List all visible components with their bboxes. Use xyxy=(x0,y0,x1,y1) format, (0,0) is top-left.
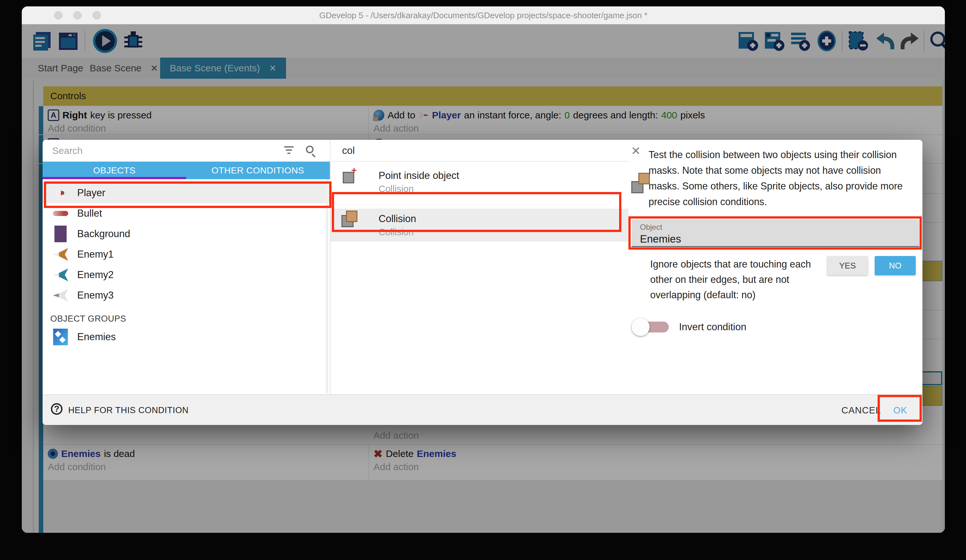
enemy2-ship-icon xyxy=(52,266,69,284)
object-group-icon xyxy=(52,328,69,346)
collision-icon xyxy=(631,173,651,193)
object-list-item-enemy3[interactable]: Enemy3 xyxy=(43,285,330,306)
help-for-condition-link[interactable]: HELP FOR THIS CONDITION xyxy=(68,395,189,426)
dialog-footer: ? HELP FOR THIS CONDITION CANCEL OK xyxy=(43,394,922,425)
clear-search-icon[interactable]: ✕ xyxy=(631,144,641,158)
condition-results-panel: col ✕ Point inside objectCollisionCollis… xyxy=(330,140,628,394)
enemy1-ship-icon xyxy=(52,246,69,264)
scrollbar[interactable] xyxy=(326,179,328,393)
screenshot-stage: GDevelop 5 - /Users/dkarakay/Documents/G… xyxy=(0,0,966,560)
help-icon[interactable]: ? xyxy=(51,403,62,415)
object-groups-header: OBJECT GROUPS xyxy=(50,314,126,324)
object-name: Enemies xyxy=(77,331,116,343)
object-group-item-enemies[interactable]: Enemies xyxy=(43,327,330,347)
ignore-edges-label: Ignore objects that are touching each ot… xyxy=(650,256,835,302)
background-icon xyxy=(52,225,69,243)
object-list-item-enemy1[interactable]: Enemy1 xyxy=(43,244,330,265)
search-placeholder: Search xyxy=(52,140,83,162)
annotation-box-ok-button xyxy=(877,395,922,422)
no-button[interactable]: NO xyxy=(875,256,916,275)
button-label: YES xyxy=(839,261,856,271)
tab-objects[interactable]: OBJECTS xyxy=(43,162,186,179)
annotation-box-collision-result xyxy=(332,192,621,232)
object-name: Enemy2 xyxy=(77,269,114,281)
tab-label: OTHER CONDITIONS xyxy=(211,165,304,176)
active-tab-underline xyxy=(43,177,186,179)
divider xyxy=(330,161,628,162)
invert-condition-label: Invert condition xyxy=(679,319,746,335)
tab-label: OBJECTS xyxy=(93,165,136,176)
tab-other-conditions[interactable]: OTHER CONDITIONS xyxy=(186,162,330,179)
annotation-box-object-field xyxy=(628,216,922,250)
macos-titlebar: GDevelop 5 - /Users/dkarakay/Documents/G… xyxy=(22,7,945,24)
object-list-item-enemy2[interactable]: Enemy2 xyxy=(43,265,330,285)
button-label: NO xyxy=(889,261,902,271)
search-icon[interactable] xyxy=(306,146,314,153)
condition-description: Test the collision between two objects u… xyxy=(649,147,907,210)
enemy3-ship-icon xyxy=(52,287,69,304)
object-name: Enemy3 xyxy=(77,290,114,301)
invert-condition-toggle-thumb[interactable] xyxy=(632,318,649,336)
condition-search-input[interactable]: col xyxy=(342,140,355,162)
filter-icon[interactable] xyxy=(284,146,294,155)
object-list-item-background[interactable]: Background xyxy=(43,224,330,244)
annotation-box-player-row xyxy=(44,182,332,208)
object-name: Background xyxy=(77,228,130,240)
yes-button[interactable]: YES xyxy=(827,256,868,275)
object-name: Enemy1 xyxy=(77,249,114,260)
chooser-tabs: OBJECTS OTHER CONDITIONS xyxy=(43,162,330,179)
object-name: Bullet xyxy=(77,208,102,219)
object-search-input[interactable]: Search xyxy=(43,140,330,162)
window-title: GDevelop 5 - /Users/dkarakay/Documents/G… xyxy=(22,7,945,24)
result-title: Point inside object xyxy=(379,170,459,182)
point-inside-object-icon xyxy=(340,165,360,186)
object-list: PlayerBulletBackgroundEnemy1Enemy2Enemy3… xyxy=(43,179,330,394)
